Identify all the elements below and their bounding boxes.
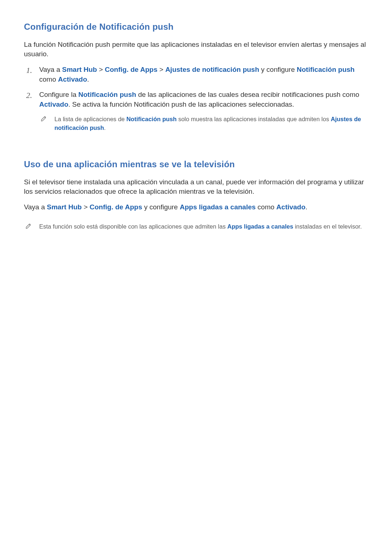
text: . [87, 75, 89, 83]
text: de las aplicaciones de las cuales desea … [136, 91, 359, 98]
section1-heading: Configuración de Notificación push [24, 22, 368, 32]
page: Configuración de Notificación push La fu… [0, 0, 392, 554]
link-ajustes-push: Ajustes de notificación push [165, 66, 259, 73]
link-smart-hub: Smart Hub [62, 66, 97, 73]
step-2: Configure la Notificación push de las ap… [24, 90, 368, 138]
sep: > [97, 66, 105, 73]
text: La lista de aplicaciones de [54, 116, 126, 122]
text: Esta función solo está disponible con la… [39, 223, 227, 230]
text: instaladas en el televisor. [293, 223, 362, 230]
link-activado: Activado [58, 75, 87, 83]
text: como [39, 75, 58, 83]
text: . [306, 203, 307, 211]
text: y configure [259, 66, 297, 73]
link-notif-push: Notificación push [297, 66, 355, 73]
link-smart-hub: Smart Hub [47, 203, 82, 211]
step-1: Vaya a Smart Hub > Config. de Apps > Aju… [24, 65, 368, 90]
text: como [256, 203, 276, 211]
link-activado: Activado [39, 100, 68, 108]
text: Configure la [39, 91, 78, 98]
text: solo muestra las aplicaciones instaladas… [177, 116, 331, 122]
section1-intro: La función Notificación push permite que… [24, 40, 368, 58]
section2-intro: Si el televisor tiene instalada una apli… [24, 177, 368, 196]
section2-heading: Uso de una aplicación mientras se ve la … [24, 159, 368, 169]
text: Vaya a [24, 203, 47, 211]
steps-list: Vaya a Smart Hub > Config. de Apps > Aju… [24, 65, 368, 138]
link-config-apps: Config. de Apps [105, 66, 158, 73]
step2-note: La lista de aplicaciones de Notificación… [39, 115, 368, 133]
pencil-icon [25, 223, 32, 229]
text: y configure [142, 203, 180, 211]
text: . [104, 124, 106, 131]
link-apps-ligadas: Apps ligadas a canales [227, 223, 293, 230]
pencil-icon [41, 115, 47, 122]
link-apps-ligadas: Apps ligadas a canales [180, 203, 256, 211]
text: Vaya a [39, 66, 62, 73]
section2-path: Vaya a Smart Hub > Config. de Apps y con… [24, 202, 368, 212]
link-config-apps: Config. de Apps [90, 203, 142, 211]
link-activado: Activado [276, 203, 305, 211]
sep: > [82, 203, 90, 211]
text: . Se activa la función Notificación push… [68, 100, 294, 108]
link-notif-push: Notificación push [78, 91, 136, 98]
link-notif-push: Notificación push [126, 116, 176, 122]
sep: > [158, 66, 166, 73]
section2-note: Esta función solo está disponible con la… [24, 222, 368, 231]
